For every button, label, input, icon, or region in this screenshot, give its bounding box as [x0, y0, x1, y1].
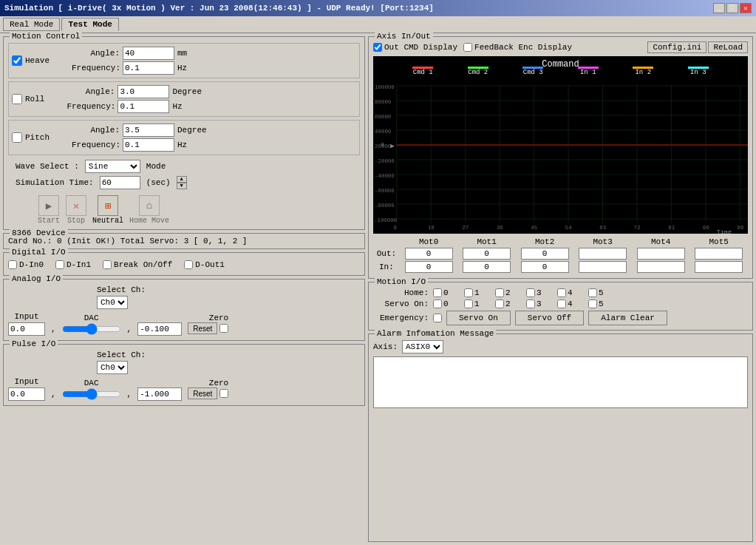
d-in0-label[interactable]: D-In0: [8, 260, 44, 269]
mot-out-row: Out:: [373, 247, 748, 260]
test-mode-tab[interactable]: Test Mode: [61, 18, 118, 31]
svg-text:Time: Time: [717, 229, 732, 234]
pitch-checkbox[interactable]: [12, 132, 22, 143]
emergency-label: Emergency:: [373, 314, 429, 322]
roll-checkbox[interactable]: [12, 94, 22, 104]
stop-icon: ✕: [66, 195, 86, 216]
pulse-zero-checkbox[interactable]: [219, 389, 228, 398]
spin-down-btn[interactable]: ▼: [177, 183, 187, 189]
home-0[interactable]: 0: [433, 288, 460, 297]
servo-on-button[interactable]: Servo On: [446, 311, 511, 325]
emergency-row: Emergency: Servo On Servo Off Alarm Clea…: [373, 311, 748, 325]
alarm-axis-select[interactable]: ASIX0ASIX1ASIX2: [402, 340, 443, 353]
mot2-in-input[interactable]: [521, 261, 569, 273]
pulse-input-value[interactable]: 0.0: [8, 387, 45, 401]
home-5[interactable]: 5: [588, 288, 615, 297]
control-buttons: ▶ Start ✕ Stop ⊞ Neutral ⌂ Home Move: [8, 195, 360, 225]
alarm-clear-button[interactable]: Alarm Clear: [588, 311, 667, 325]
pulse-reset-button[interactable]: Reset: [188, 387, 217, 399]
start-button[interactable]: ▶ Start: [38, 195, 60, 225]
close-button[interactable]: ✕: [740, 3, 752, 13]
pitch-freq-input[interactable]: 0.1: [123, 138, 174, 152]
servo-0[interactable]: 0: [433, 299, 460, 308]
reload-button[interactable]: ReLoad: [708, 41, 748, 53]
analog-reset-button[interactable]: Reset: [188, 322, 217, 334]
motion-io-group: Motion I/O Home: 0 1 2 3 4 5 Servo On: 0…: [368, 282, 753, 331]
heave-freq-input[interactable]: 0.1: [123, 61, 174, 75]
pulse-dac-value[interactable]: -1.000: [137, 387, 182, 401]
mot0-header: Mot0: [400, 237, 458, 247]
analog-ch-select[interactable]: Ch0Ch1Ch2: [97, 296, 128, 309]
analog-dac-value[interactable]: -0.100: [137, 322, 182, 336]
sim-time-spinner[interactable]: ▲ ▼: [177, 176, 187, 189]
servo-3[interactable]: 3: [526, 299, 553, 308]
mot2-out-input[interactable]: [521, 248, 569, 260]
pulse-dac-slider[interactable]: [62, 389, 121, 399]
alarm-message-textarea[interactable]: [373, 356, 748, 408]
svg-text:99: 99: [737, 225, 743, 231]
roll-angle-input[interactable]: 3.0: [118, 85, 169, 98]
roll-freq-input[interactable]: 0.1: [118, 100, 169, 113]
home-4[interactable]: 4: [557, 288, 584, 297]
window-title: Simulation [ i-Drive( 3x Motion ) Ver : …: [4, 4, 434, 13]
sim-time-input[interactable]: 60: [100, 176, 140, 189]
heave-checkbox[interactable]: [12, 55, 22, 66]
break-on-off-label[interactable]: Break On/Off: [103, 260, 172, 269]
servo-off-button[interactable]: Servo Off: [515, 311, 584, 325]
mot4-in-input[interactable]: [637, 261, 685, 273]
roll-angle-unit: Degree: [172, 87, 202, 96]
home-1[interactable]: 1: [464, 288, 491, 297]
servo-1[interactable]: 1: [464, 299, 491, 308]
d-in1-label[interactable]: D-In1: [55, 260, 91, 269]
home-2[interactable]: 2: [495, 288, 522, 297]
pitch-row: Pitch Angle: 3.5 Degree Frequency: 0.1 H…: [8, 120, 360, 155]
servo-2[interactable]: 2: [495, 299, 522, 308]
mot3-header: Mot3: [573, 237, 632, 247]
d-out1-checkbox[interactable]: [184, 260, 193, 269]
emergency-checkbox[interactable]: [433, 314, 442, 322]
mot5-in-input[interactable]: [695, 261, 743, 273]
alarm-axis-label: Axis:: [373, 342, 398, 351]
pitch-angle-input[interactable]: 3.5: [123, 123, 174, 137]
real-mode-tab[interactable]: Real Mode: [3, 18, 60, 31]
mot1-out-input[interactable]: [463, 248, 511, 260]
mot5-header: Mot5: [689, 237, 748, 247]
minimize-button[interactable]: _: [713, 3, 725, 13]
analog-dac-slider[interactable]: [62, 324, 121, 334]
neutral-button[interactable]: ⊞ Neutral: [92, 195, 123, 225]
d-out1-label[interactable]: D-Out1: [184, 260, 225, 269]
out-cmd-label[interactable]: Out CMD Display: [373, 43, 457, 52]
svg-text:40000: 40000: [375, 129, 391, 135]
window-controls[interactable]: _ □ ✕: [713, 3, 752, 13]
servo-5[interactable]: 5: [588, 299, 615, 308]
config-ini-button[interactable]: Config.ini: [647, 41, 706, 53]
home-move-button[interactable]: ⌂ Home Move: [129, 195, 169, 225]
analog-zero-checkbox[interactable]: [219, 324, 228, 333]
spin-up-btn[interactable]: ▲: [177, 176, 187, 183]
out-cmd-checkbox[interactable]: [373, 43, 382, 52]
mot0-out-input[interactable]: [405, 248, 453, 260]
mot0-in-input[interactable]: [405, 261, 453, 273]
stop-button[interactable]: ✕ Stop: [66, 195, 86, 225]
feedback-enc-label[interactable]: FeedBack Enc Display: [463, 43, 572, 52]
d-in1-checkbox[interactable]: [55, 260, 64, 269]
heave-angle-input[interactable]: 40: [123, 47, 174, 60]
maximize-button[interactable]: □: [726, 3, 738, 13]
pulse-ch-select[interactable]: Ch0Ch1Ch2: [97, 361, 128, 374]
svg-text:-60000: -60000: [375, 188, 395, 194]
title-bar: Simulation [ i-Drive( 3x Motion ) Ver : …: [0, 0, 756, 16]
d-in0-checkbox[interactable]: [8, 260, 17, 269]
servo-4[interactable]: 4: [557, 299, 584, 308]
feedback-enc-checkbox[interactable]: [463, 43, 472, 52]
mot5-out-input[interactable]: [695, 248, 743, 260]
mot1-in-input[interactable]: [463, 261, 511, 273]
mot3-out-input[interactable]: [579, 248, 627, 260]
mot4-out-input[interactable]: [637, 248, 685, 260]
home-3[interactable]: 3: [526, 288, 553, 297]
mot3-in-input[interactable]: [579, 261, 627, 273]
break-on-off-checkbox[interactable]: [103, 260, 112, 269]
analog-input-value[interactable]: 0.0: [8, 322, 45, 336]
analog-io-group: Analog I/O Select Ch: Ch0Ch1Ch2 Input 0.…: [3, 279, 365, 341]
home-move-label: Home Move: [129, 217, 169, 225]
wave-select-dropdown[interactable]: SineSquareTriangle: [85, 160, 140, 173]
